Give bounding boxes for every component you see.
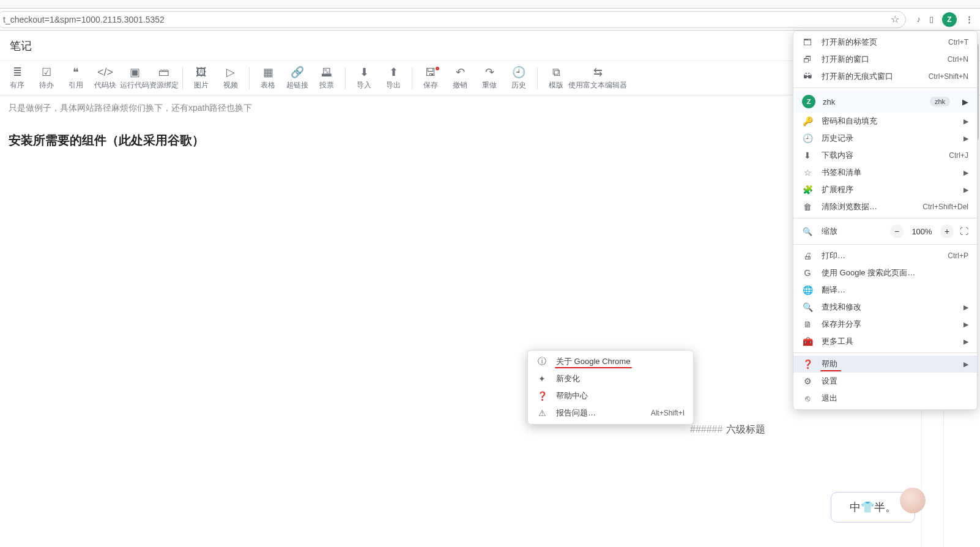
menu-密码和自动填充[interactable]: 🔑密码和自动填充▶ [793, 113, 977, 130]
toolbar-label: 图片 [194, 80, 209, 91]
editor-heading: 安装所需要的组件（此处采用谷歌） [9, 132, 913, 149]
menu-icon: 🗔 [802, 37, 813, 47]
toolbar-label: 有序 [10, 80, 24, 91]
menu-icon: ⚠ [536, 408, 548, 418]
zoom-in-button[interactable]: + [940, 225, 954, 238]
toolbar-icon: ↷ [485, 65, 494, 79]
menu-书签和清单[interactable]: ☆书签和清单▶ [793, 164, 977, 181]
menu-报告问题…[interactable]: ⚠报告问题…Alt+Shift+I [528, 404, 693, 422]
toolbar-撤销[interactable]: ↶撤销 [445, 62, 475, 94]
bookmark-star-icon[interactable]: ☆ [891, 13, 899, 25]
menu-icon: ⬇ [802, 151, 813, 160]
menu-查找和修改[interactable]: 🔍查找和修改▶ [793, 299, 977, 316]
menu-zoom: 🔍缩放−100%+⛶ [793, 221, 977, 242]
menu-icon: ✦ [536, 374, 548, 384]
menu-profile[interactable]: Zzhkzhk▶ [793, 91, 977, 113]
menu-label: 查找和修改 [822, 302, 955, 313]
menu-label: 下载内容 [822, 150, 940, 161]
toolbar-视频[interactable]: ▷视频 [216, 62, 245, 94]
toolbar-历史[interactable]: 🕘历史 [504, 62, 533, 94]
menu-icon: ⓘ [536, 356, 548, 367]
menu-icon: 🧰 [802, 337, 813, 346]
toolbar-投票[interactable]: 🗳投票 [312, 62, 341, 94]
menu-打开新的窗口[interactable]: 🗗打开新的窗口Ctrl+N [793, 51, 977, 68]
toolbar-表格[interactable]: ▦表格 [253, 62, 283, 94]
toolbar-label: 使用富文本编辑器 [568, 80, 627, 91]
h6-outline-item[interactable]: ######六级标题 [690, 423, 765, 436]
menu-历史记录[interactable]: 🕘历史记录▶ [793, 130, 977, 147]
zoom-out-button[interactable]: − [890, 225, 904, 238]
menu-更多工具[interactable]: 🧰更多工具▶ [793, 333, 977, 350]
toolbar-引用[interactable]: ❝引用 [61, 62, 91, 94]
editor-tip: 只是做例子，具体网站路径麻烦你们换下，还有xpath路径也换下 [9, 103, 913, 114]
toolbar-重做[interactable]: ↷重做 [475, 62, 504, 94]
media-icon[interactable]: ♪ [917, 15, 921, 24]
toolbar-有序[interactable]: ≣有序 [2, 62, 32, 94]
menu-下载内容[interactable]: ⬇下载内容Ctrl+J [793, 147, 977, 164]
toolbar-label: 资源绑定 [149, 80, 179, 91]
menu-label: 打印… [822, 250, 939, 261]
menu-label: 帮助 [822, 359, 955, 370]
toolbar-icon: ⇆ [593, 65, 603, 79]
menu-关于 Google Chrome[interactable]: ⓘ关于 Google Chrome [528, 353, 693, 370]
toolbar-图片[interactable]: 🖼图片 [187, 62, 216, 94]
menu-icon: 🔍 [802, 302, 813, 312]
menu-保存并分享[interactable]: 🗎保存并分享▶ [793, 316, 977, 333]
menu-新变化[interactable]: ✦新变化 [528, 370, 693, 387]
chevron-right-icon: ▶ [963, 117, 968, 125]
toolbar-label: 视频 [223, 80, 238, 91]
menu-退出[interactable]: ⎋退出 [793, 390, 977, 407]
chevron-right-icon: ▶ [963, 360, 968, 368]
toolbar-使用富文本编辑器[interactable]: ⇆使用富文本编辑器 [571, 62, 625, 94]
menu-icon: ☆ [802, 168, 813, 177]
menu-帮助中心[interactable]: ❓帮助中心 [528, 387, 693, 404]
menu-打开新的标签页[interactable]: 🗔打开新的标签页Ctrl+T [793, 34, 977, 51]
menu-label: 帮助中心 [556, 390, 685, 401]
menu-清除浏览数据…[interactable]: 🗑清除浏览数据…Ctrl+Shift+Del [793, 198, 977, 215]
kebab-menu-icon[interactable]: ⋮ [965, 15, 973, 24]
omnibox[interactable]: t_checkout=1&spm=1000.2115.3001.5352 ☆ [0, 11, 906, 28]
bottom-ad[interactable]: 中👕半。 [831, 492, 915, 523]
menu-翻译…[interactable]: 🌐翻译… [793, 281, 977, 299]
menu-icon: G [802, 268, 813, 278]
toolbar-icon: ❝ [73, 65, 79, 79]
menu-icon: 🗎 [802, 319, 813, 329]
toolbar-导出[interactable]: ⬆导出 [379, 62, 408, 94]
tabstrip [0, 0, 980, 9]
menu-扩展程序[interactable]: 🧩扩展程序▶ [793, 181, 977, 198]
toolbar-icon: ▷ [226, 65, 235, 79]
toolbar-保存[interactable]: 🖫保存 [416, 62, 445, 94]
menu-label: 打开新的标签页 [822, 37, 940, 48]
menu-打开新的无痕式窗口[interactable]: 🕶打开新的无痕式窗口Ctrl+Shift+N [793, 68, 977, 85]
toolbar-待办[interactable]: ☑待办 [32, 62, 61, 94]
menu-icon: ⚙ [802, 376, 813, 386]
toolbar-label: 投票 [319, 80, 334, 91]
toolbar-模版[interactable]: ⧉模版 [541, 62, 571, 94]
address-bar-row: t_checkout=1&spm=1000.2115.3001.5352 ☆ ♪… [0, 9, 980, 31]
fullscreen-icon[interactable]: ⛶ [960, 226, 968, 236]
toolbar-运行代码[interactable]: ▣运行代码 [120, 62, 149, 94]
menu-icon: ❓ [802, 359, 813, 369]
toolbar-超链接[interactable]: 🔗超链接 [283, 62, 312, 94]
toolbar-label: 保存 [423, 80, 438, 91]
toolbar-icon: ≣ [13, 65, 22, 79]
menu-icon: 🗑 [802, 202, 813, 212]
toolbar-导入[interactable]: ⬇导入 [349, 62, 379, 94]
menu-使用 Google 搜索此页面…[interactable]: G使用 Google 搜索此页面… [793, 264, 977, 281]
menu-label: 退出 [822, 393, 968, 404]
menu-打印…[interactable]: 🖨打印…Ctrl+P [793, 247, 977, 264]
editor-pane[interactable]: 只是做例子，具体网站路径麻烦你们换下，还有xpath路径也换下 安装所需要的组件… [0, 95, 921, 547]
menu-label: 历史记录 [822, 133, 955, 144]
chevron-right-icon: ▶ [963, 169, 968, 177]
toolbar-label: 表格 [261, 80, 275, 91]
toolbar-代码块[interactable]: </>代码块 [91, 62, 120, 94]
help-submenu: ⓘ关于 Google Chrome✦新变化❓帮助中心⚠报告问题…Alt+Shif… [527, 350, 694, 425]
menu-帮助[interactable]: ❓帮助▶ [793, 355, 977, 373]
chevron-right-icon: ▶ [963, 303, 968, 311]
toolbar-icon: ☑ [42, 65, 51, 79]
toolbar-icon: 🗳 [321, 65, 332, 79]
side-panel-icon[interactable]: ▯ [929, 15, 934, 24]
menu-设置[interactable]: ⚙设置 [793, 373, 977, 390]
profile-avatar[interactable]: Z [942, 12, 957, 27]
toolbar-资源绑定[interactable]: 🗃资源绑定 [149, 62, 179, 94]
